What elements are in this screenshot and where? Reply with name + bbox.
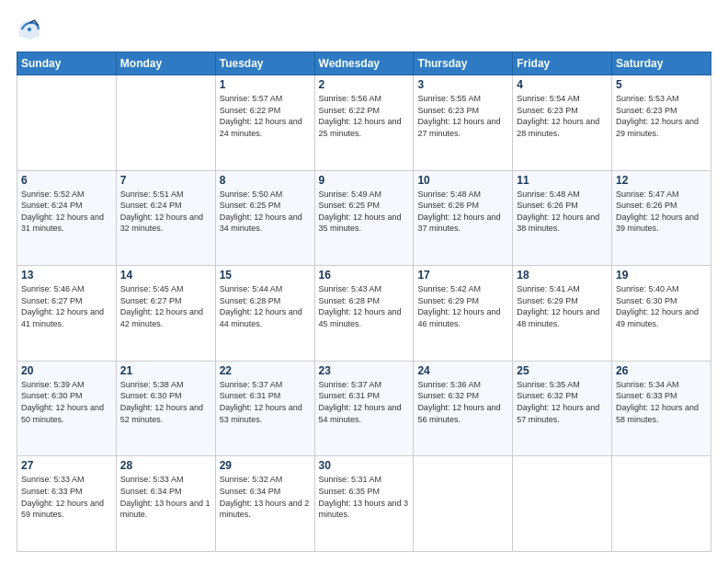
day-info: Sunrise: 5:33 AM Sunset: 6:34 PM Dayligh… bbox=[120, 474, 211, 520]
calendar-week-4: 20Sunrise: 5:39 AM Sunset: 6:30 PM Dayli… bbox=[17, 361, 711, 456]
calendar-cell: 13Sunrise: 5:46 AM Sunset: 6:27 PM Dayli… bbox=[17, 266, 117, 362]
day-number: 30 bbox=[319, 459, 410, 472]
calendar-cell: 30Sunrise: 5:31 AM Sunset: 6:35 PM Dayli… bbox=[314, 456, 414, 552]
calendar-cell: 5Sunrise: 5:53 AM Sunset: 6:23 PM Daylig… bbox=[612, 75, 711, 171]
calendar-cell: 15Sunrise: 5:44 AM Sunset: 6:28 PM Dayli… bbox=[215, 266, 314, 362]
day-number: 15 bbox=[220, 269, 311, 282]
day-number: 26 bbox=[616, 364, 707, 377]
day-number: 7 bbox=[120, 174, 211, 187]
calendar-cell: 27Sunrise: 5:33 AM Sunset: 6:33 PM Dayli… bbox=[17, 456, 117, 552]
day-info: Sunrise: 5:42 AM Sunset: 6:29 PM Dayligh… bbox=[417, 283, 508, 329]
calendar-cell bbox=[414, 456, 513, 552]
day-number: 5 bbox=[616, 78, 707, 91]
calendar-cell: 2Sunrise: 5:56 AM Sunset: 6:22 PM Daylig… bbox=[314, 75, 414, 171]
day-info: Sunrise: 5:44 AM Sunset: 6:28 PM Dayligh… bbox=[220, 283, 311, 329]
day-info: Sunrise: 5:47 AM Sunset: 6:26 PM Dayligh… bbox=[616, 189, 707, 235]
header bbox=[17, 17, 711, 42]
day-number: 21 bbox=[120, 364, 211, 377]
day-number: 25 bbox=[517, 364, 608, 377]
calendar-cell: 18Sunrise: 5:41 AM Sunset: 6:29 PM Dayli… bbox=[513, 266, 612, 362]
day-number: 9 bbox=[319, 174, 410, 187]
day-info: Sunrise: 5:35 AM Sunset: 6:32 PM Dayligh… bbox=[517, 379, 608, 425]
day-info: Sunrise: 5:48 AM Sunset: 6:26 PM Dayligh… bbox=[417, 189, 508, 235]
weekday-header-friday: Friday bbox=[513, 52, 612, 75]
calendar-cell: 14Sunrise: 5:45 AM Sunset: 6:27 PM Dayli… bbox=[116, 266, 215, 362]
day-info: Sunrise: 5:48 AM Sunset: 6:26 PM Dayligh… bbox=[517, 189, 608, 235]
calendar-cell: 16Sunrise: 5:43 AM Sunset: 6:28 PM Dayli… bbox=[314, 266, 414, 362]
weekday-header-tuesday: Tuesday bbox=[215, 52, 314, 75]
day-info: Sunrise: 5:53 AM Sunset: 6:23 PM Dayligh… bbox=[616, 93, 707, 139]
day-info: Sunrise: 5:38 AM Sunset: 6:30 PM Dayligh… bbox=[120, 379, 211, 425]
calendar-week-5: 27Sunrise: 5:33 AM Sunset: 6:33 PM Dayli… bbox=[17, 456, 711, 552]
day-number: 8 bbox=[220, 174, 311, 187]
day-number: 20 bbox=[21, 364, 112, 377]
calendar-cell bbox=[513, 456, 612, 552]
calendar-cell: 1Sunrise: 5:57 AM Sunset: 6:22 PM Daylig… bbox=[215, 75, 314, 171]
logo-icon bbox=[17, 17, 42, 42]
day-info: Sunrise: 5:32 AM Sunset: 6:34 PM Dayligh… bbox=[220, 474, 311, 520]
day-number: 19 bbox=[616, 269, 707, 282]
calendar-cell: 10Sunrise: 5:48 AM Sunset: 6:26 PM Dayli… bbox=[414, 170, 513, 266]
day-info: Sunrise: 5:50 AM Sunset: 6:25 PM Dayligh… bbox=[220, 189, 311, 235]
weekday-header-row: SundayMondayTuesdayWednesdayThursdayFrid… bbox=[17, 52, 711, 75]
calendar-cell: 21Sunrise: 5:38 AM Sunset: 6:30 PM Dayli… bbox=[116, 361, 215, 456]
day-number: 12 bbox=[616, 174, 707, 187]
day-info: Sunrise: 5:40 AM Sunset: 6:30 PM Dayligh… bbox=[616, 283, 707, 329]
calendar-cell: 3Sunrise: 5:55 AM Sunset: 6:23 PM Daylig… bbox=[414, 75, 513, 171]
calendar-cell: 24Sunrise: 5:36 AM Sunset: 6:32 PM Dayli… bbox=[414, 361, 513, 456]
day-number: 17 bbox=[417, 269, 508, 282]
calendar-cell: 22Sunrise: 5:37 AM Sunset: 6:31 PM Dayli… bbox=[215, 361, 314, 456]
day-info: Sunrise: 5:41 AM Sunset: 6:29 PM Dayligh… bbox=[517, 283, 608, 329]
day-info: Sunrise: 5:49 AM Sunset: 6:25 PM Dayligh… bbox=[319, 189, 410, 235]
day-number: 2 bbox=[319, 78, 410, 91]
calendar-cell: 12Sunrise: 5:47 AM Sunset: 6:26 PM Dayli… bbox=[612, 170, 711, 266]
calendar-cell: 28Sunrise: 5:33 AM Sunset: 6:34 PM Dayli… bbox=[116, 456, 215, 552]
calendar-table: SundayMondayTuesdayWednesdayThursdayFrid… bbox=[17, 52, 711, 552]
day-info: Sunrise: 5:55 AM Sunset: 6:23 PM Dayligh… bbox=[417, 93, 508, 139]
logo bbox=[17, 17, 46, 42]
day-info: Sunrise: 5:36 AM Sunset: 6:32 PM Dayligh… bbox=[417, 379, 508, 425]
day-info: Sunrise: 5:34 AM Sunset: 6:33 PM Dayligh… bbox=[616, 379, 707, 425]
day-info: Sunrise: 5:57 AM Sunset: 6:22 PM Dayligh… bbox=[220, 93, 311, 139]
day-number: 11 bbox=[517, 174, 608, 187]
day-info: Sunrise: 5:46 AM Sunset: 6:27 PM Dayligh… bbox=[21, 283, 112, 329]
day-number: 6 bbox=[21, 174, 112, 187]
calendar-cell: 7Sunrise: 5:51 AM Sunset: 6:24 PM Daylig… bbox=[116, 170, 215, 266]
day-info: Sunrise: 5:43 AM Sunset: 6:28 PM Dayligh… bbox=[319, 283, 410, 329]
day-info: Sunrise: 5:56 AM Sunset: 6:22 PM Dayligh… bbox=[319, 93, 410, 139]
svg-point-1 bbox=[28, 28, 31, 31]
day-number: 10 bbox=[417, 174, 508, 187]
day-number: 29 bbox=[220, 459, 311, 472]
day-number: 27 bbox=[21, 459, 112, 472]
day-number: 14 bbox=[120, 269, 211, 282]
weekday-header-saturday: Saturday bbox=[612, 52, 711, 75]
calendar-cell: 4Sunrise: 5:54 AM Sunset: 6:23 PM Daylig… bbox=[513, 75, 612, 171]
weekday-header-monday: Monday bbox=[116, 52, 215, 75]
calendar-cell: 20Sunrise: 5:39 AM Sunset: 6:30 PM Dayli… bbox=[17, 361, 117, 456]
calendar-cell: 9Sunrise: 5:49 AM Sunset: 6:25 PM Daylig… bbox=[314, 170, 414, 266]
day-info: Sunrise: 5:54 AM Sunset: 6:23 PM Dayligh… bbox=[517, 93, 608, 139]
day-number: 18 bbox=[517, 269, 608, 282]
calendar-cell: 25Sunrise: 5:35 AM Sunset: 6:32 PM Dayli… bbox=[513, 361, 612, 456]
day-info: Sunrise: 5:51 AM Sunset: 6:24 PM Dayligh… bbox=[120, 189, 211, 235]
page: SundayMondayTuesdayWednesdayThursdayFrid… bbox=[0, 0, 728, 563]
day-number: 4 bbox=[517, 78, 608, 91]
day-number: 1 bbox=[220, 78, 311, 91]
calendar-cell: 11Sunrise: 5:48 AM Sunset: 6:26 PM Dayli… bbox=[513, 170, 612, 266]
day-info: Sunrise: 5:37 AM Sunset: 6:31 PM Dayligh… bbox=[220, 379, 311, 425]
day-number: 3 bbox=[417, 78, 508, 91]
calendar-cell: 19Sunrise: 5:40 AM Sunset: 6:30 PM Dayli… bbox=[612, 266, 711, 362]
calendar-cell bbox=[17, 75, 117, 171]
calendar-week-1: 1Sunrise: 5:57 AM Sunset: 6:22 PM Daylig… bbox=[17, 75, 711, 171]
weekday-header-sunday: Sunday bbox=[17, 52, 117, 75]
weekday-header-thursday: Thursday bbox=[414, 52, 513, 75]
day-info: Sunrise: 5:39 AM Sunset: 6:30 PM Dayligh… bbox=[21, 379, 112, 425]
day-info: Sunrise: 5:45 AM Sunset: 6:27 PM Dayligh… bbox=[120, 283, 211, 329]
calendar-week-2: 6Sunrise: 5:52 AM Sunset: 6:24 PM Daylig… bbox=[17, 170, 711, 266]
day-info: Sunrise: 5:52 AM Sunset: 6:24 PM Dayligh… bbox=[21, 189, 112, 235]
calendar-cell: 26Sunrise: 5:34 AM Sunset: 6:33 PM Dayli… bbox=[612, 361, 711, 456]
calendar-cell: 17Sunrise: 5:42 AM Sunset: 6:29 PM Dayli… bbox=[414, 266, 513, 362]
day-number: 28 bbox=[120, 459, 211, 472]
day-number: 13 bbox=[21, 269, 112, 282]
calendar-week-3: 13Sunrise: 5:46 AM Sunset: 6:27 PM Dayli… bbox=[17, 266, 711, 362]
